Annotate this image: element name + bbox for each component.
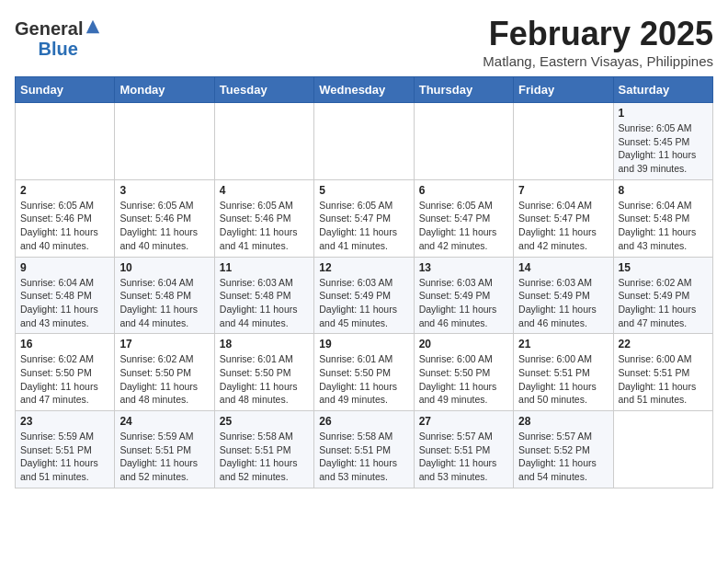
calendar-cell: 26Sunrise: 5:58 AMSunset: 5:51 PMDayligh… [314, 411, 414, 488]
header-monday: Monday [115, 77, 214, 103]
calendar-cell [214, 103, 313, 180]
calendar-cell [16, 103, 115, 180]
calendar-cell: 8Sunrise: 6:04 AMSunset: 5:48 PMDaylight… [613, 179, 712, 257]
day-info: Sunrise: 6:05 AMSunset: 5:46 PMDaylight:… [20, 199, 109, 253]
day-number: 6 [419, 184, 508, 197]
location-text: Matlang, Eastern Visayas, Philippines [483, 53, 713, 69]
day-info: Sunrise: 5:58 AMSunset: 5:51 PMDaylight:… [220, 430, 309, 484]
day-info: Sunrise: 6:05 AMSunset: 5:46 PMDaylight:… [220, 199, 309, 253]
svg-marker-0 [86, 20, 99, 33]
day-number: 27 [419, 415, 508, 428]
day-number: 22 [619, 338, 708, 350]
day-number: 20 [419, 338, 508, 350]
calendar-week-3: 9Sunrise: 6:04 AMSunset: 5:48 PMDaylight… [16, 257, 713, 334]
day-number: 28 [518, 415, 608, 428]
header-thursday: Thursday [414, 77, 513, 103]
calendar-cell: 2Sunrise: 6:05 AMSunset: 5:46 PMDaylight… [16, 179, 115, 257]
day-number: 16 [20, 338, 109, 350]
calendar-cell: 23Sunrise: 5:59 AMSunset: 5:51 PMDayligh… [16, 411, 115, 488]
calendar-cell: 14Sunrise: 6:03 AMSunset: 5:49 PMDayligh… [514, 257, 613, 334]
calendar-cell: 28Sunrise: 5:57 AMSunset: 5:52 PMDayligh… [514, 411, 613, 488]
day-info: Sunrise: 6:03 AMSunset: 5:49 PMDaylight:… [419, 276, 508, 330]
day-info: Sunrise: 6:01 AMSunset: 5:50 PMDaylight:… [220, 352, 309, 407]
day-info: Sunrise: 6:04 AMSunset: 5:48 PMDaylight:… [619, 199, 708, 253]
day-number: 23 [20, 415, 109, 428]
day-number: 24 [119, 415, 209, 428]
calendar-cell: 15Sunrise: 6:02 AMSunset: 5:49 PMDayligh… [613, 257, 712, 334]
calendar-cell: 7Sunrise: 6:04 AMSunset: 5:47 PMDaylight… [514, 179, 613, 257]
day-info: Sunrise: 6:04 AMSunset: 5:47 PMDaylight:… [518, 199, 608, 253]
day-number: 21 [518, 338, 608, 350]
calendar-cell: 5Sunrise: 6:05 AMSunset: 5:47 PMDaylight… [314, 179, 414, 257]
day-info: Sunrise: 6:03 AMSunset: 5:49 PMDaylight:… [319, 276, 408, 330]
calendar-cell [314, 103, 414, 180]
logo-general-text: General [15, 18, 83, 39]
calendar-table: SundayMondayTuesdayWednesdayThursdayFrid… [15, 76, 713, 488]
calendar-cell [414, 103, 513, 180]
day-number: 15 [619, 261, 708, 274]
calendar-cell: 24Sunrise: 5:59 AMSunset: 5:51 PMDayligh… [115, 411, 214, 488]
calendar-cell: 16Sunrise: 6:02 AMSunset: 5:50 PMDayligh… [16, 334, 115, 411]
day-info: Sunrise: 6:02 AMSunset: 5:50 PMDaylight:… [20, 352, 109, 407]
day-number: 11 [220, 261, 309, 274]
day-number: 4 [220, 184, 309, 197]
day-info: Sunrise: 5:58 AMSunset: 5:51 PMDaylight:… [319, 430, 408, 484]
month-title: February 2025 [483, 15, 713, 53]
calendar-cell: 19Sunrise: 6:01 AMSunset: 5:50 PMDayligh… [314, 334, 414, 411]
day-number: 8 [619, 184, 708, 197]
day-number: 12 [319, 261, 408, 274]
day-number: 2 [20, 184, 109, 197]
calendar-week-4: 16Sunrise: 6:02 AMSunset: 5:50 PMDayligh… [16, 334, 713, 411]
day-number: 18 [220, 338, 309, 350]
calendar-cell: 3Sunrise: 6:05 AMSunset: 5:46 PMDaylight… [115, 179, 214, 257]
calendar-cell: 10Sunrise: 6:04 AMSunset: 5:48 PMDayligh… [115, 257, 214, 334]
day-number: 1 [619, 107, 708, 120]
calendar-cell: 9Sunrise: 6:04 AMSunset: 5:48 PMDaylight… [16, 257, 115, 334]
calendar-cell: 21Sunrise: 6:00 AMSunset: 5:51 PMDayligh… [514, 334, 613, 411]
logo-icon [85, 18, 101, 35]
header-tuesday: Tuesday [214, 77, 313, 103]
calendar-week-2: 2Sunrise: 6:05 AMSunset: 5:46 PMDaylight… [16, 179, 713, 257]
day-info: Sunrise: 6:03 AMSunset: 5:49 PMDaylight:… [518, 276, 608, 330]
day-number: 14 [518, 261, 608, 274]
day-info: Sunrise: 5:59 AMSunset: 5:51 PMDaylight:… [20, 430, 109, 484]
header-wednesday: Wednesday [314, 77, 414, 103]
day-info: Sunrise: 6:00 AMSunset: 5:51 PMDaylight:… [518, 352, 608, 407]
day-number: 13 [419, 261, 508, 274]
day-info: Sunrise: 6:02 AMSunset: 5:49 PMDaylight:… [619, 276, 708, 330]
day-number: 10 [119, 261, 209, 274]
title-block: February 2025 Matlang, Eastern Visayas, … [483, 15, 713, 69]
calendar-cell: 20Sunrise: 6:00 AMSunset: 5:50 PMDayligh… [414, 334, 513, 411]
calendar-cell: 17Sunrise: 6:02 AMSunset: 5:50 PMDayligh… [115, 334, 214, 411]
day-number: 17 [119, 338, 209, 350]
day-info: Sunrise: 6:05 AMSunset: 5:47 PMDaylight:… [319, 199, 408, 253]
day-info: Sunrise: 6:00 AMSunset: 5:51 PMDaylight:… [619, 352, 708, 407]
header-friday: Friday [514, 77, 613, 103]
calendar-cell [613, 411, 712, 488]
calendar-cell: 18Sunrise: 6:01 AMSunset: 5:50 PMDayligh… [214, 334, 313, 411]
calendar-cell [514, 103, 613, 180]
day-info: Sunrise: 5:57 AMSunset: 5:52 PMDaylight:… [518, 430, 608, 484]
day-info: Sunrise: 6:04 AMSunset: 5:48 PMDaylight:… [20, 276, 109, 330]
day-info: Sunrise: 6:03 AMSunset: 5:48 PMDaylight:… [220, 276, 309, 330]
calendar-header-row: SundayMondayTuesdayWednesdayThursdayFrid… [16, 77, 713, 103]
day-info: Sunrise: 6:05 AMSunset: 5:46 PMDaylight:… [119, 199, 209, 253]
day-info: Sunrise: 6:05 AMSunset: 5:45 PMDaylight:… [619, 121, 708, 176]
day-number: 26 [319, 415, 408, 428]
header-saturday: Saturday [613, 77, 712, 103]
logo-blue-text: Blue [39, 39, 78, 59]
day-info: Sunrise: 5:57 AMSunset: 5:51 PMDaylight:… [419, 430, 508, 484]
day-info: Sunrise: 5:59 AMSunset: 5:51 PMDaylight:… [119, 430, 209, 484]
day-info: Sunrise: 6:05 AMSunset: 5:47 PMDaylight:… [419, 199, 508, 253]
calendar-cell [115, 103, 214, 180]
day-number: 7 [518, 184, 608, 197]
calendar-cell: 25Sunrise: 5:58 AMSunset: 5:51 PMDayligh… [214, 411, 313, 488]
calendar-cell: 27Sunrise: 5:57 AMSunset: 5:51 PMDayligh… [414, 411, 513, 488]
logo: General Blue [15, 18, 101, 59]
calendar-cell: 12Sunrise: 6:03 AMSunset: 5:49 PMDayligh… [314, 257, 414, 334]
day-number: 25 [220, 415, 309, 428]
day-number: 9 [20, 261, 109, 274]
day-info: Sunrise: 6:04 AMSunset: 5:48 PMDaylight:… [119, 276, 209, 330]
calendar-cell: 1Sunrise: 6:05 AMSunset: 5:45 PMDaylight… [613, 103, 712, 180]
calendar-cell: 4Sunrise: 6:05 AMSunset: 5:46 PMDaylight… [214, 179, 313, 257]
